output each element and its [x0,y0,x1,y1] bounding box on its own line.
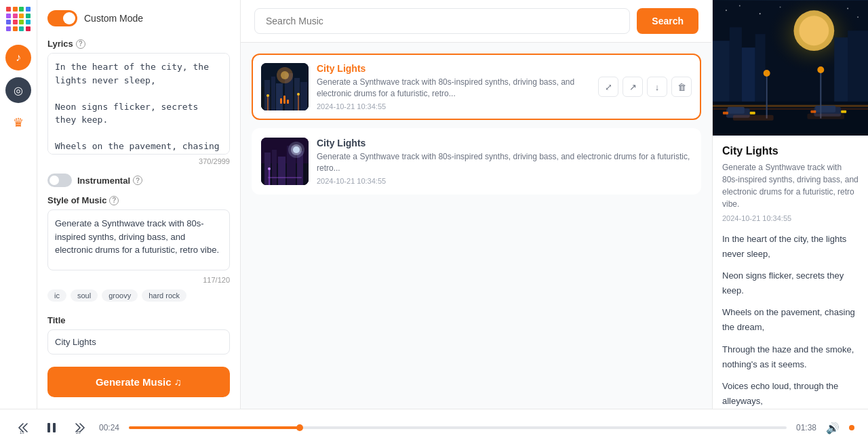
lyrics-line-3: Wheels on the pavement, chasing the drea… [722,305,859,335]
crown-icon[interactable]: ♛ [5,110,31,136]
svg-point-59 [760,13,761,14]
progress-dot [296,424,303,431]
music-note-icon[interactable]: ♪ [5,45,31,70]
vinyl-icon[interactable]: ◎ [5,77,31,103]
right-song-title: City Lights [722,145,859,157]
left-panel: Custom Mode Lyrics ? In the heart of the… [37,0,241,409]
track-thumb-2 [261,138,309,185]
instrumental-help-icon[interactable]: ? [133,176,142,185]
style-help-icon[interactable]: ? [109,196,119,205]
search-bar: Search [241,0,712,43]
right-panel: City Lights Generate a Synthwave track w… [712,0,868,409]
svg-text:25: 25 [76,430,81,434]
instrumental-label: Instrumental ? [77,176,142,186]
svg-rect-20 [272,150,277,185]
lyrics-display: In the heart of the city, the lights nev… [722,232,859,409]
instrumental-row: Instrumental ? [47,174,230,187]
custom-mode-label: Custom Mode [84,13,143,24]
svg-point-29 [268,167,271,170]
svg-rect-16 [287,100,289,104]
svg-rect-15 [283,96,285,104]
rewind-button[interactable]: 15 [14,418,33,437]
track-info-1: City Lights Generate a Synthwave track w… [317,63,590,110]
volume-icon[interactable]: 🔊 [826,422,840,434]
delete-icon[interactable]: 🗑 [671,77,692,97]
svg-rect-56 [807,114,844,119]
svg-rect-64 [47,423,50,432]
svg-point-60 [780,6,781,7]
lyrics-help-icon[interactable]: ? [76,39,85,49]
svg-rect-14 [280,98,282,104]
share-icon[interactable]: ↗ [623,77,643,97]
custom-mode-toggle: Custom Mode [47,10,230,26]
lyrics-line-4: Through the haze and the smoke, nothing'… [722,342,859,372]
track-title-2: City Lights [317,138,692,148]
svg-rect-3 [271,77,275,110]
search-button[interactable]: Search [637,8,698,34]
app-logo [6,7,31,31]
svg-rect-55 [733,115,774,121]
track-thumb-1 [261,63,309,110]
tag-soul[interactable]: soul [71,289,98,302]
svg-rect-49 [810,110,816,113]
search-input[interactable] [254,8,630,34]
lyrics-line-1: In the heart of the city, the lights nev… [722,232,859,262]
svg-rect-21 [278,157,285,185]
svg-point-54 [817,66,824,73]
title-input[interactable] [47,329,230,354]
svg-rect-46 [750,112,755,115]
title-label: Title [47,315,230,325]
tag-hardrock[interactable]: hard rock [142,289,186,302]
forward-button[interactable]: 25 [71,418,90,437]
tracks-list: City Lights Generate a Synthwave track w… [241,43,712,205]
bottom-player: 15 25 00:24 01:38 🔊 [0,409,868,446]
track-date-1: 2024-10-21 10:34:55 [317,102,590,110]
right-song-date: 2024-10-21 10:34:55 [722,214,859,222]
lyrics-char-count: 370/2999 [47,157,230,165]
svg-rect-50 [841,110,846,113]
download-icon[interactable]: ↓ [647,77,667,97]
track-desc-1: Generate a Synthwave track with 80s-insp… [317,77,590,100]
instrumental-switch[interactable] [47,174,72,187]
svg-point-33 [799,16,829,45]
track-info-2: City Lights Generate a Synthwave track w… [317,138,692,185]
lyrics-line-5: Voices echo loud, through the alleyways, [722,379,859,409]
title-section: Title [47,315,230,354]
svg-text:15: 15 [20,430,24,434]
svg-point-62 [857,16,859,18]
generate-button[interactable]: Generate Music ♫ [47,367,230,397]
progress-fill [129,426,300,429]
track-title-1: City Lights [317,63,590,74]
lyrics-label: Lyrics ? [47,39,230,49]
lyrics-line-2: Neon signs flicker, secrets they keep. [722,268,859,298]
svg-rect-4 [276,83,283,110]
svg-point-61 [847,7,848,9]
tags-row: ic soul groovy hard rock [47,289,230,302]
center-panel: Search [241,0,712,409]
time-current: 00:24 [99,423,119,432]
style-music-label: Style of Music ? [47,195,230,205]
volume-dot [849,425,854,430]
track-card-1[interactable]: City Lights Generate a Synthwave track w… [252,54,701,120]
custom-mode-switch[interactable] [47,10,77,26]
track-date-2: 2024-10-21 10:34:55 [317,177,692,185]
progress-bar[interactable] [129,426,787,429]
pause-button[interactable] [42,418,61,437]
svg-point-57 [726,9,727,11]
icon-bar: ♪ ◎ ♛ [0,0,37,409]
svg-point-9 [281,71,289,79]
expand-icon[interactable]: ⤢ [598,77,618,97]
track-card-2[interactable]: City Lights Generate a Synthwave track w… [252,128,701,195]
svg-rect-27 [268,177,302,178]
right-song-desc: Generate a Synthwave track with 80s-insp… [722,161,859,210]
svg-point-26 [293,146,300,153]
tag-ic[interactable]: ic [47,289,66,302]
svg-rect-45 [723,112,728,115]
svg-rect-48 [815,106,835,113]
artwork-image [713,0,868,136]
tag-groovy[interactable]: groovy [102,289,138,302]
lyrics-textarea[interactable]: In the heart of the city, the lights nev… [47,53,230,155]
style-char-count: 117/120 [47,276,230,284]
right-panel-info: City Lights Generate a Synthwave track w… [713,136,868,409]
style-music-box[interactable]: Generate a Synthwave track with 80s-insp… [47,209,230,270]
